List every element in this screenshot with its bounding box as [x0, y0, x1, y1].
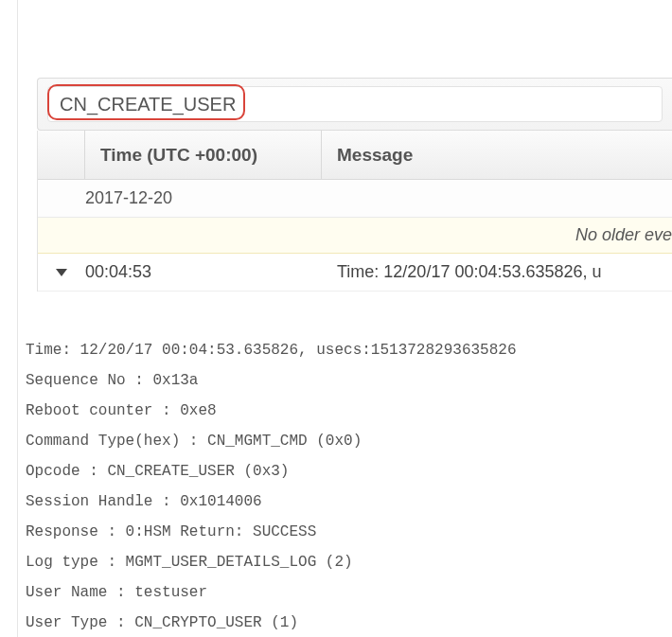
notice-text: No older eve	[575, 225, 672, 245]
log-event-row[interactable]: 00:04:53 Time: 12/20/17 00:04:53.635826,…	[38, 254, 672, 292]
event-message: Time: 12/20/17 00:04:53.635826, u	[322, 262, 672, 282]
expand-toggle[interactable]	[38, 269, 85, 276]
detail-line: Time: 12/20/17 00:04:53.635826, usecs:15…	[26, 342, 516, 359]
event-time: 00:04:53	[85, 262, 322, 282]
column-expander	[38, 131, 85, 179]
detail-line: Response : 0:HSM Return: SUCCESS	[26, 523, 316, 540]
detail-line: Command Type(hex) : CN_MGMT_CMD (0x0)	[26, 433, 362, 450]
no-older-events-banner: No older eve	[38, 218, 672, 254]
detail-line: Log type : MGMT_USER_DETAILS_LOG (2)	[26, 554, 353, 571]
detail-line: User Type : CN_CRYPTO_USER (1)	[26, 614, 298, 631]
results-grid: Time (UTC +00:00) Message 2017-12-20 No …	[37, 131, 672, 292]
log-viewer-frame: Time (UTC +00:00) Message 2017-12-20 No …	[17, 0, 672, 637]
chevron-down-icon	[56, 269, 67, 276]
grid-header: Time (UTC +00:00) Message	[38, 131, 672, 180]
detail-line: User Name : testuser	[26, 584, 207, 601]
detail-line: Reboot counter : 0xe8	[26, 402, 217, 419]
date-group-label: 2017-12-20	[85, 188, 172, 208]
detail-line: Opcode : CN_CREATE_USER (0x3)	[26, 463, 289, 480]
event-details: Time: 12/20/17 00:04:53.635826, usecs:15…	[26, 305, 672, 637]
detail-line: Session Handle : 0x1014006	[26, 493, 262, 510]
date-group-row[interactable]: 2017-12-20	[38, 180, 672, 218]
search-bar	[37, 78, 672, 131]
column-header-time[interactable]: Time (UTC +00:00)	[85, 131, 322, 179]
column-header-message[interactable]: Message	[322, 131, 672, 179]
search-input[interactable]	[47, 86, 663, 122]
detail-line: Sequence No : 0x13a	[26, 372, 198, 389]
